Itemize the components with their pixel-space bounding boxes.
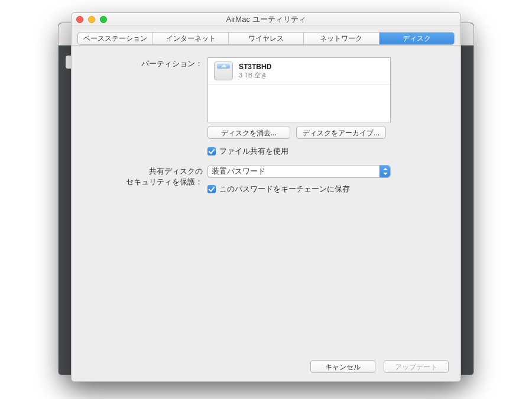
keychain-checkbox[interactable]: このパスワードをキーチェーンに保存 bbox=[207, 184, 446, 194]
shared-disk-security-label: 共有ディスクの セキュリティを保護： bbox=[86, 165, 207, 194]
shared-disk-security-label-line2: セキュリティを保護： bbox=[86, 177, 203, 187]
archive-disk-button[interactable]: ディスクをアーカイブ... bbox=[296, 126, 386, 139]
tab-bar: ベースステーション インターネット ワイヤレス ネットワーク ディスク bbox=[72, 26, 460, 46]
airmac-utility-window: AirMac ユーティリティ ベースステーション インターネット ワイヤレス ネ… bbox=[71, 12, 461, 382]
update-button: アップデート bbox=[384, 360, 449, 373]
security-mode-popup[interactable]: 装置パスワード bbox=[207, 165, 391, 178]
tab-internet[interactable]: インターネット bbox=[153, 33, 228, 44]
cancel-button[interactable]: キャンセル bbox=[310, 360, 375, 373]
partition-free: 3 TB 空き bbox=[239, 71, 271, 80]
tab-network[interactable]: ネットワーク bbox=[304, 33, 379, 44]
erase-disk-button[interactable]: ディスクを消去... bbox=[207, 126, 290, 139]
partition-label: パーティション： bbox=[86, 57, 207, 157]
airport-disk-icon bbox=[214, 61, 233, 80]
security-mode-value: 装置パスワード bbox=[212, 166, 265, 177]
tab-base-station[interactable]: ベースステーション bbox=[78, 33, 153, 44]
file-sharing-checkbox[interactable]: ファイル共有を使用 bbox=[207, 146, 446, 157]
minimize-icon[interactable] bbox=[88, 16, 95, 23]
footer-buttons: キャンセル アップデート bbox=[310, 360, 449, 373]
shared-disk-security-label-line1: 共有ディスクの bbox=[86, 166, 203, 177]
partition-list[interactable]: ST3TBHD 3 TB 空き bbox=[207, 57, 391, 122]
popup-stepper-icon bbox=[379, 166, 390, 177]
titlebar: AirMac ユーティリティ bbox=[72, 13, 460, 26]
checkbox-checked-icon bbox=[207, 147, 216, 155]
traffic-lights bbox=[76, 16, 107, 23]
close-icon[interactable] bbox=[76, 16, 83, 23]
checkbox-checked-icon bbox=[207, 185, 216, 193]
keychain-label: このパスワードをキーチェーンに保存 bbox=[219, 184, 350, 194]
zoom-icon[interactable] bbox=[100, 16, 107, 23]
tab-disk[interactable]: ディスク bbox=[379, 33, 454, 44]
partition-item[interactable]: ST3TBHD 3 TB 空き bbox=[208, 58, 390, 85]
window-title: AirMac ユーティリティ bbox=[226, 15, 306, 24]
tab-wireless[interactable]: ワイヤレス bbox=[229, 33, 304, 44]
disk-pane: パーティション： ST3TBHD 3 TB 空き ディスクを消去... ディスク… bbox=[72, 46, 460, 381]
partition-name: ST3TBHD bbox=[239, 63, 271, 71]
file-sharing-label: ファイル共有を使用 bbox=[219, 146, 288, 157]
